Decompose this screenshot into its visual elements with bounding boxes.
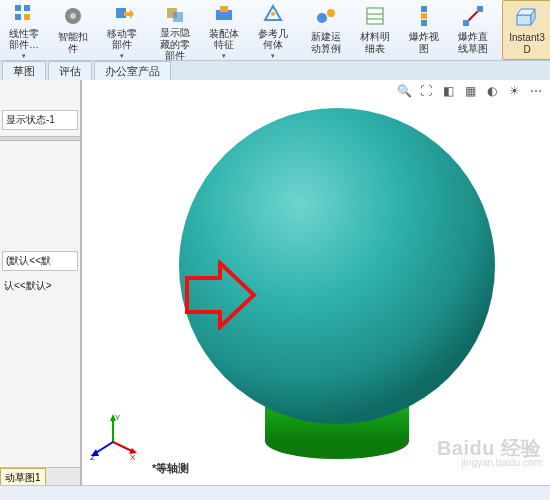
ribbon-btn-motion[interactable]: 新建运 动算例 bbox=[302, 0, 351, 60]
tab-sketch[interactable]: 草图 bbox=[2, 61, 46, 81]
explode-line-icon bbox=[459, 2, 487, 30]
ribbon-btn-expline[interactable]: 爆炸直 线草图 bbox=[449, 0, 498, 60]
svg-point-11 bbox=[271, 12, 275, 16]
reference-geometry-icon bbox=[259, 2, 287, 27]
bom-icon bbox=[361, 2, 389, 30]
svg-rect-14 bbox=[367, 8, 383, 24]
svg-rect-0 bbox=[15, 5, 21, 11]
ribbon-btn-explode[interactable]: 爆炸视 图 bbox=[400, 0, 449, 60]
explode-view-icon bbox=[410, 2, 438, 30]
ribbon-btn-linear[interactable]: 线性零 部件…▾ bbox=[0, 0, 49, 60]
svg-rect-3 bbox=[24, 14, 30, 20]
svg-rect-21 bbox=[463, 20, 469, 26]
svg-text:Y: Y bbox=[115, 413, 121, 422]
ribbon-btn-smart[interactable]: 智能扣 件 bbox=[49, 0, 98, 60]
view-triad[interactable]: Y X Z bbox=[88, 412, 138, 462]
secondary-tabs: 草图 评估 办公室产品 bbox=[0, 61, 550, 82]
svg-text:Z: Z bbox=[90, 453, 95, 462]
status-bar bbox=[0, 485, 550, 500]
watermark: Baidu 经验 jingyan.baidu.com bbox=[437, 438, 542, 468]
default-config-2[interactable]: 认<<默认> bbox=[2, 277, 78, 295]
ribbon-btn-instant3d[interactable]: Instant3D bbox=[502, 0, 550, 60]
svg-rect-10 bbox=[220, 6, 228, 12]
annotation-arrow bbox=[182, 260, 262, 330]
show-hide-icon bbox=[161, 2, 189, 26]
model-render bbox=[82, 86, 550, 486]
view-name: *等轴测 bbox=[152, 461, 189, 476]
ribbon-btn-showhide[interactable]: 显示隐 藏的零 部件 bbox=[151, 0, 200, 60]
svg-rect-2 bbox=[15, 14, 21, 20]
svg-rect-8 bbox=[173, 12, 183, 22]
svg-point-13 bbox=[327, 9, 335, 17]
default-config-1[interactable]: (默认<<默 bbox=[2, 251, 78, 271]
assembly-feature-icon bbox=[210, 2, 238, 27]
svg-point-12 bbox=[317, 13, 327, 23]
viewport[interactable]: 🔍 ⛶ ◧ ▦ ◐ ☀ ⋯ bbox=[82, 80, 550, 486]
ribbon-btn-refgeo[interactable]: 参考几 何体▾ bbox=[249, 0, 298, 60]
linear-pattern-icon bbox=[10, 2, 38, 27]
move-component-icon bbox=[108, 2, 136, 27]
svg-rect-1 bbox=[24, 5, 30, 11]
svg-point-5 bbox=[70, 13, 76, 19]
side-bottom-tab[interactable]: 动草图1 bbox=[0, 468, 46, 486]
display-state-item[interactable]: 显示状态-1 bbox=[2, 110, 78, 130]
ribbon-btn-move[interactable]: 移动零 部件▾ bbox=[98, 0, 147, 60]
smart-fastener-icon bbox=[59, 2, 87, 30]
motion-study-icon bbox=[312, 2, 340, 30]
svg-text:X: X bbox=[130, 453, 136, 462]
ribbon-btn-bom[interactable]: 材料明 细表 bbox=[351, 0, 400, 60]
svg-rect-23 bbox=[517, 15, 531, 25]
ribbon-btn-feature[interactable]: 装配体 特征▾ bbox=[200, 0, 249, 60]
svg-rect-19 bbox=[421, 13, 427, 19]
feature-tree-panel: 显示状态-1 (默认<<默 认<<默认> 动草图1 bbox=[0, 80, 82, 486]
ribbon-toolbar: 线性零 部件…▾ 智能扣 件 移动零 部件▾ 显示隐 藏的零 部件 装配体 特征… bbox=[0, 0, 550, 61]
tab-office[interactable]: 办公室产品 bbox=[94, 61, 171, 81]
svg-rect-17 bbox=[421, 6, 427, 12]
instant3d-icon bbox=[513, 3, 541, 31]
tab-evaluate[interactable]: 评估 bbox=[48, 61, 92, 81]
panel-splitter[interactable] bbox=[0, 136, 80, 141]
svg-rect-22 bbox=[477, 6, 483, 12]
svg-rect-18 bbox=[421, 20, 427, 26]
